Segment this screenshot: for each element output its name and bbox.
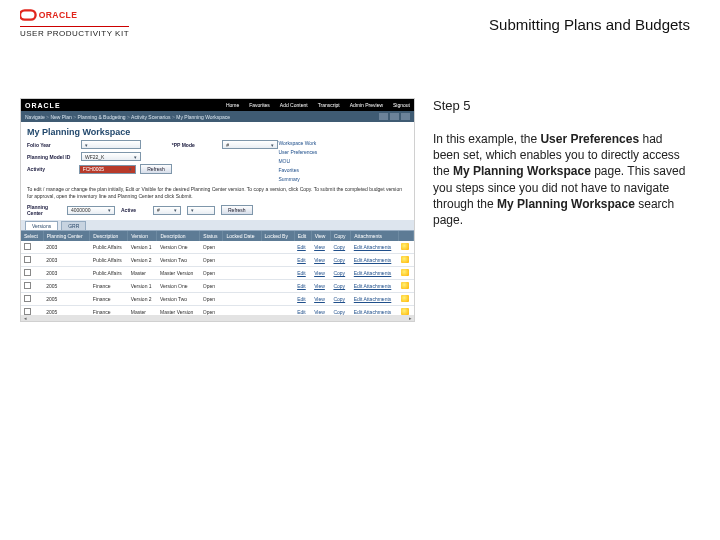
row-checkbox[interactable] xyxy=(24,308,31,315)
summary-link[interactable]: Summary xyxy=(278,176,299,182)
pp-mode-select[interactable]: # xyxy=(222,140,278,149)
row-link[interactable]: Edit xyxy=(294,254,311,267)
ss-topbar-links: HomeFavoritesAdd ContentTranscriptAdmin … xyxy=(226,102,410,108)
row-link[interactable]: Edit xyxy=(294,280,311,293)
breadcrumb-item[interactable]: Planning & Budgeting xyxy=(78,114,126,120)
topbar-link[interactable]: Add Content xyxy=(280,102,308,108)
table-header-row: SelectPlanning CenterDescriptionVersionD… xyxy=(21,231,414,241)
col-header: Status xyxy=(200,231,223,241)
row-link[interactable]: Edit xyxy=(294,241,311,254)
user-preferences-link[interactable]: User Preferences xyxy=(278,149,317,155)
row-checkbox[interactable] xyxy=(24,256,31,263)
mou-link[interactable]: MOU xyxy=(278,158,290,164)
breadcrumb-item[interactable]: My Planning Workspace xyxy=(176,114,230,120)
row-link[interactable]: Copy xyxy=(330,254,350,267)
col-header: Locked Date xyxy=(223,231,261,241)
note-icon[interactable] xyxy=(401,295,409,302)
row-link[interactable]: Edit Attachments xyxy=(351,280,398,293)
col-header: Description xyxy=(90,231,128,241)
breadcrumb-item[interactable]: Navigate xyxy=(25,114,45,120)
ss-helptext: To edit / manage or change the plan init… xyxy=(21,186,414,204)
ss-topbar: ORACLE HomeFavoritesAdd ContentTranscrip… xyxy=(21,99,414,111)
col-header: Copy xyxy=(330,231,350,241)
note-icon[interactable] xyxy=(401,243,409,250)
tab-versions[interactable]: Versions xyxy=(25,221,58,230)
topbar-link[interactable]: Transcript xyxy=(318,102,340,108)
ss-filter-row: Planning Center 4000000 Active # Refresh xyxy=(21,204,414,220)
table-row: 2003Public AffairsVersion 1Version OneOp… xyxy=(21,241,414,254)
note-icon[interactable] xyxy=(401,269,409,276)
bc-icon[interactable] xyxy=(379,113,388,120)
planning-model-label: Planning Model ID xyxy=(27,154,77,160)
activity-refresh-button[interactable]: Refresh xyxy=(140,164,172,174)
col-header xyxy=(398,231,413,241)
row-link[interactable]: Edit xyxy=(294,293,311,306)
topbar-link[interactable]: Signout xyxy=(393,102,410,108)
content-row: ORACLE HomeFavoritesAdd ContentTranscrip… xyxy=(0,98,720,322)
active-label: Active xyxy=(121,207,147,213)
pp-mode-label: *PP Mode xyxy=(172,142,218,148)
row-link[interactable]: View xyxy=(311,280,330,293)
row-link[interactable]: View xyxy=(311,254,330,267)
extra-select[interactable] xyxy=(187,206,215,215)
topbar-link[interactable]: Admin Preview xyxy=(350,102,383,108)
bc-icon[interactable] xyxy=(390,113,399,120)
row-link[interactable]: Edit Attachments xyxy=(351,267,398,280)
active-select[interactable]: # xyxy=(153,206,181,215)
upk-subtitle: USER PRODUCTIVITY KIT xyxy=(20,26,129,38)
topbar-link[interactable]: Favorites xyxy=(249,102,270,108)
row-checkbox[interactable] xyxy=(24,269,31,276)
row-link[interactable]: Copy xyxy=(330,280,350,293)
note-icon[interactable] xyxy=(401,256,409,263)
breadcrumb-item[interactable]: New Plan xyxy=(50,114,71,120)
svg-rect-0 xyxy=(20,10,36,19)
row-link[interactable]: Edit Attachments xyxy=(351,241,398,254)
row-link[interactable]: Copy xyxy=(330,241,350,254)
planning-center-label: Planning Center xyxy=(27,204,61,216)
doc-title: Submitting Plans and Budgets xyxy=(489,16,690,33)
col-header: Locked By xyxy=(261,231,294,241)
row-link[interactable]: View xyxy=(311,267,330,280)
ws-title: My Planning Workspace xyxy=(21,122,414,140)
row-link[interactable]: Copy xyxy=(330,293,350,306)
favorites-link[interactable]: Favorites xyxy=(278,167,299,173)
row-link[interactable]: Edit Attachments xyxy=(351,254,398,267)
table-body: 2003Public AffairsVersion 1Version OneOp… xyxy=(21,241,414,319)
row-checkbox[interactable] xyxy=(24,243,31,250)
row-checkbox[interactable] xyxy=(24,295,31,302)
row-link[interactable]: View xyxy=(311,293,330,306)
col-header: View xyxy=(311,231,330,241)
doc-header: ORACLE USER PRODUCTIVITY KIT Submitting … xyxy=(0,0,720,42)
planning-center-select[interactable]: 4000000 xyxy=(67,206,115,215)
note-icon[interactable] xyxy=(401,308,409,315)
topbar-link[interactable]: Home xyxy=(226,102,239,108)
oracle-logo: ORACLE xyxy=(20,8,129,22)
folio-year-select[interactable] xyxy=(81,140,141,149)
logo-block: ORACLE USER PRODUCTIVITY KIT xyxy=(20,8,129,38)
col-header: Version xyxy=(128,231,157,241)
ss-tabs: VersionsGRR xyxy=(21,220,414,231)
bc-icon[interactable] xyxy=(401,113,410,120)
breadcrumb-item[interactable]: Activity Scenarios xyxy=(131,114,170,120)
row-link[interactable]: View xyxy=(311,241,330,254)
versions-table: SelectPlanning CenterDescriptionVersionD… xyxy=(21,231,414,319)
ss-breadcrumb: Navigate > New Plan > Planning & Budgeti… xyxy=(21,111,414,122)
row-link[interactable]: Edit xyxy=(294,267,311,280)
row-checkbox[interactable] xyxy=(24,282,31,289)
table-row: 2005FinanceVersion 1Version OneOpenEditV… xyxy=(21,280,414,293)
tab-grr[interactable]: GRR xyxy=(61,221,86,230)
workspace-work-link[interactable]: Workspace Work xyxy=(278,140,316,146)
ss-form: Folio Year Planning Model ID WF22_K Acti… xyxy=(21,140,414,186)
ss-bc-icons xyxy=(379,113,410,120)
ss-scrollbar[interactable] xyxy=(21,315,414,321)
col-header: Edit xyxy=(294,231,311,241)
row-link[interactable]: Edit Attachments xyxy=(351,293,398,306)
refresh-button[interactable]: Refresh xyxy=(221,205,253,215)
row-link[interactable]: Copy xyxy=(330,267,350,280)
ss-brand: ORACLE xyxy=(25,102,61,109)
planning-model-select[interactable]: WF22_K xyxy=(81,152,141,161)
activity-select[interactable]: FCH0005 xyxy=(79,165,137,174)
step-column: Step 5 In this example, the User Prefere… xyxy=(433,98,690,322)
table-row: 2003Public AffairsMasterMaster VersionOp… xyxy=(21,267,414,280)
note-icon[interactable] xyxy=(401,282,409,289)
